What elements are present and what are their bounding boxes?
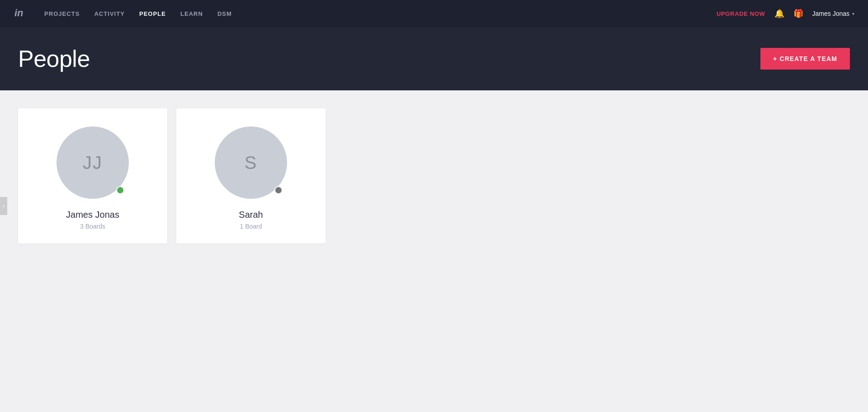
person-name-sarah: Sarah	[239, 210, 263, 220]
left-arrow-handle[interactable]: ›	[0, 197, 7, 215]
main-content: › JJ James Jonas 3 Boards S Sarah 1 Boar…	[0, 90, 868, 412]
user-menu[interactable]: James Jonas ▾	[812, 10, 854, 17]
nav-item-activity[interactable]: ACTIVITY	[94, 10, 125, 17]
avatar-wrapper-sarah: S	[215, 126, 287, 199]
avatar-initials-james: JJ	[83, 153, 103, 173]
upgrade-now-button[interactable]: UPGRADE NOW	[717, 10, 765, 17]
nav-item-projects[interactable]: PROJECTS	[44, 10, 80, 17]
page-title: People	[18, 45, 90, 72]
gift-icon[interactable]: 🎁	[793, 9, 803, 19]
navbar-right: UPGRADE NOW 🔔 🎁 James Jonas ▾	[717, 9, 854, 19]
status-dot-james	[116, 186, 124, 194]
nav-item-learn[interactable]: LEARN	[180, 10, 203, 17]
svg-text:in: in	[14, 7, 24, 19]
person-card-james-jonas[interactable]: JJ James Jonas 3 Boards	[18, 108, 167, 243]
avatar-initials-sarah: S	[245, 153, 258, 173]
create-team-button[interactable]: + CREATE A TEAM	[760, 48, 850, 70]
status-dot-sarah	[274, 186, 283, 194]
user-name: James Jonas	[812, 10, 849, 17]
chevron-down-icon: ▾	[852, 11, 854, 16]
avatar-wrapper-james: JJ	[57, 126, 129, 199]
nav-links: PROJECTS ACTIVITY PEOPLE LEARN DSM	[44, 9, 717, 18]
person-name-james: James Jonas	[66, 210, 119, 220]
nav-item-people[interactable]: PEOPLE	[139, 10, 166, 17]
people-grid: JJ James Jonas 3 Boards S Sarah 1 Board	[18, 108, 850, 243]
person-boards-sarah: 1 Board	[240, 223, 262, 230]
notifications-icon[interactable]: 🔔	[774, 9, 784, 19]
brand-logo[interactable]: in	[14, 6, 26, 21]
person-boards-james: 3 Boards	[80, 223, 105, 230]
page-header: People + CREATE A TEAM	[0, 27, 868, 90]
navbar: in PROJECTS ACTIVITY PEOPLE LEARN DSM UP…	[0, 0, 868, 27]
nav-item-dsm[interactable]: DSM	[217, 10, 232, 17]
person-card-sarah[interactable]: S Sarah 1 Board	[176, 108, 326, 243]
